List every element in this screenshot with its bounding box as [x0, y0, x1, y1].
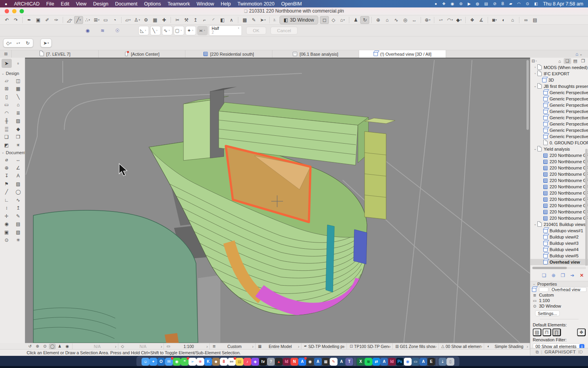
- expander-icon[interactable]: ⌄: [533, 146, 537, 152]
- zoom-tool[interactable]: ⊕: [34, 344, 41, 349]
- tree-buildup-5[interactable]: Buildup view#5: [530, 253, 588, 259]
- tree-mods[interactable]: › MODS (When needed): [530, 64, 588, 71]
- tab-overhead-view[interactable]: (!) Overhead view [3D / All]: [359, 50, 446, 58]
- wall-tool[interactable]: ▱: [2, 77, 12, 85]
- lamp-tool[interactable]: ☀: [13, 141, 23, 149]
- tab-residential-south[interactable]: [220 Residential south]: [185, 50, 272, 58]
- protractor-icon[interactable]: ◔: [110, 16, 119, 24]
- arrow-tool-button[interactable]: ➤: [42, 39, 51, 47]
- fit-view-icon[interactable]: ⌂: [383, 16, 392, 24]
- mep-icon[interactable]: ⚙: [142, 16, 151, 24]
- figure-place-icon[interactable]: ♙: [132, 16, 142, 24]
- split-icon[interactable]: ✂: [173, 16, 182, 24]
- label-tool[interactable]: ⚑: [2, 180, 12, 188]
- new-folder-button[interactable]: ❐: [559, 271, 567, 279]
- tree-gfa[interactable]: 220 Northbourne GFA: [530, 177, 588, 184]
- menu-item[interactable]: Document: [115, 1, 137, 7]
- pen-icon[interactable]: ✎: [249, 16, 258, 24]
- tree-scrollbar[interactable]: [585, 149, 588, 266]
- detail-tool[interactable]: ◉: [2, 220, 12, 228]
- spotlight-icon[interactable]: ⊙: [526, 2, 529, 6]
- view-block-icon[interactable]: ◻: [320, 16, 329, 24]
- half-value[interactable]: 2: [212, 31, 239, 35]
- schedule-icon[interactable]: ▦: [151, 16, 160, 24]
- elevation-dimension-tool[interactable]: ↧: [2, 172, 12, 180]
- bluetooth-icon[interactable]: Ƀ: [501, 2, 504, 6]
- home-icon[interactable]: ⌂: [508, 16, 517, 24]
- expander-icon[interactable]: ›: [533, 64, 537, 71]
- tree-gfa[interactable]: 220 Northbourne GFA: [530, 158, 588, 165]
- railing-tool[interactable]: ╫: [2, 117, 12, 125]
- tab-overview-button[interactable]: ⊞: [0, 50, 12, 58]
- epic-games[interactable]: E: [427, 358, 435, 366]
- view-axon-icon[interactable]: ◇: [329, 16, 338, 24]
- tree-buildup-3[interactable]: Buildup view#3: [530, 240, 588, 246]
- walk-icon[interactable]: ♟: [351, 16, 360, 24]
- setsquare-icon[interactable]: ◿: [65, 16, 74, 24]
- worksheet-tool[interactable]: ▤: [13, 220, 23, 228]
- properties-header[interactable]: Properties: [530, 281, 588, 287]
- object-tool[interactable]: ❑: [2, 133, 12, 141]
- hotspot-tool[interactable]: ✛: [2, 212, 12, 220]
- segment-shading[interactable]: ◐ Simple Shading: [484, 343, 530, 349]
- settings-button[interactable]: Settings...: [535, 310, 560, 316]
- explore-icon[interactable]: ◎: [401, 16, 410, 24]
- tree-gfa[interactable]: 220 Northbourne GFA: [530, 196, 588, 202]
- display-mute-icon[interactable]: ⊘: [493, 2, 496, 6]
- tree-view[interactable]: Generic Perspective: [530, 121, 588, 127]
- missing-app[interactable]: ?: [267, 358, 275, 366]
- finder[interactable]: ☺: [142, 358, 149, 366]
- send-icon[interactable]: ➤: [258, 16, 267, 24]
- keynote[interactable]: K: [204, 358, 212, 366]
- contacts[interactable]: ☻: [212, 358, 220, 366]
- menu-item[interactable]: ARCHICAD: [14, 1, 40, 7]
- morph-3d-icon[interactable]: ◆: [454, 16, 463, 24]
- tree-ifc-export[interactable]: › IFC EXPORT: [530, 71, 588, 77]
- menu-item[interactable]: View: [76, 1, 87, 7]
- archicad-2[interactable]: A: [380, 358, 388, 366]
- menu-item[interactable]: Window: [197, 1, 214, 7]
- segment-renovation[interactable]: △ 00 Show all elements: [439, 343, 485, 349]
- scroll-zoom-tool[interactable]: ↺: [27, 344, 33, 349]
- column-tool[interactable]: ▯: [2, 93, 12, 101]
- dropbox-icon[interactable]: ❖: [442, 2, 446, 6]
- find-select-icon[interactable]: ✒: [25, 16, 34, 24]
- geometry-line-button[interactable]: ╲›: [150, 26, 161, 35]
- group-icon[interactable]: ▩: [240, 16, 249, 24]
- trash[interactable]: ▯: [446, 358, 454, 366]
- switcher-icon[interactable]: ◧: [534, 2, 538, 6]
- segment-snap[interactable]: N/A: [73, 343, 118, 349]
- graphisoft-brand[interactable]: GRAPHISOFT: [544, 350, 576, 354]
- 3d-window-button[interactable]: ◧ 3D Window: [279, 16, 319, 24]
- calendar[interactable]: 8: [220, 358, 228, 366]
- add-view-button[interactable]: ⊕: [550, 271, 557, 279]
- tree-gfa[interactable]: 220 Northbourne GFA: [530, 152, 588, 158]
- tree-buildup-4[interactable]: Buildup view#4: [530, 246, 588, 253]
- paint-icon[interactable]: ❖: [468, 16, 477, 24]
- selection-marquee-button[interactable]: ▫: [14, 39, 23, 47]
- layers-icon[interactable]: ▤: [530, 16, 539, 24]
- shell-3d-icon[interactable]: ◠: [445, 16, 454, 24]
- podcasts[interactable]: ◈: [251, 358, 259, 366]
- menu-item[interactable]: Design: [93, 1, 109, 7]
- cancel-button[interactable]: Cancel: [270, 27, 298, 35]
- tree-view[interactable]: Generic Perspective: [530, 115, 588, 121]
- apple-tv[interactable]: tv: [259, 358, 267, 366]
- add-view-icon[interactable]: ⊕: [423, 16, 432, 24]
- shell-tool[interactable]: ◠: [2, 109, 12, 117]
- undo-icon[interactable]: ↶: [2, 16, 11, 24]
- menu-item[interactable]: OpenBIM: [281, 1, 302, 7]
- drawing-tool[interactable]: ▣: [2, 228, 12, 236]
- explore-tool[interactable]: ◉: [64, 344, 71, 349]
- chrome[interactable]: ◉: [404, 358, 412, 366]
- tree-gfa[interactable]: 220 Northbourne GFA: [530, 171, 588, 177]
- elevation-tool[interactable]: ↥: [13, 204, 23, 212]
- door-tool[interactable]: ◫: [13, 77, 23, 85]
- photoshop[interactable]: Ps: [396, 358, 404, 366]
- axis-tool[interactable]: ✳: [13, 237, 23, 244]
- tree-jb-folder[interactable]: ⌄ JB first thoughts presenta: [530, 83, 588, 89]
- text-tool[interactable]: A: [13, 172, 23, 180]
- zone-tool[interactable]: ▒: [2, 125, 12, 133]
- garageband[interactable]: ◉: [306, 358, 314, 366]
- ruler-icon[interactable]: ▭: [101, 16, 110, 24]
